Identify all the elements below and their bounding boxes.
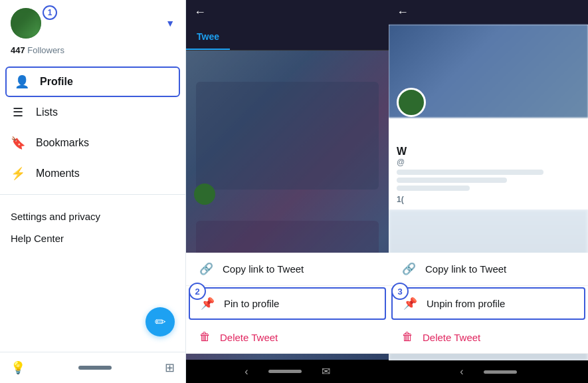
context-menu-unpin: 🔗 Copy link to Tweet 📌 Unpin from profil… <box>389 253 588 354</box>
unpin-icon: 📌 <box>403 297 417 311</box>
mail-icon[interactable]: ✉ <box>322 365 330 378</box>
bookmarks-icon: 🔖 <box>11 136 25 150</box>
profile-back-nav[interactable]: ‹ <box>460 366 463 378</box>
profile-followers: 1( <box>397 195 580 204</box>
profile-back-arrow-icon[interactable]: ← <box>397 5 409 19</box>
lists-icon: ☰ <box>11 105 25 120</box>
tweet-tab-bar: Twee <box>186 25 389 51</box>
sidebar-divider <box>0 194 185 195</box>
pin-icon: 📌 <box>201 297 215 311</box>
compose-fab-button[interactable]: ✏ <box>146 307 175 336</box>
delete-tweet-label-3: Delete Tweet <box>423 332 480 343</box>
home-pill-indicator <box>78 366 112 370</box>
tweet-panel-header: ← <box>186 0 389 25</box>
tweet-avatar <box>194 184 215 205</box>
back-nav-arrow[interactable]: ‹ <box>245 366 248 378</box>
unpin-from-profile-label: Unpin from profile <box>427 298 505 309</box>
bio-line-2 <box>397 178 507 183</box>
trash-icon: 🗑 <box>199 330 211 344</box>
profile-bottom-nav: ‹ <box>389 360 588 383</box>
profile-home-indicator <box>484 370 517 374</box>
followers-count: 447 Followers <box>11 45 64 55</box>
trash-icon-3: 🗑 <box>402 330 413 344</box>
home-indicator <box>268 370 302 373</box>
copy-link-label: Copy link to Tweet <box>223 263 304 275</box>
sidebar-header: 1 ▼ <box>0 0 185 44</box>
profile-panel: ← W @ 1( 3 🔗 Copy link to Tweet 📌 Unpin … <box>389 0 588 383</box>
compose-icon: ✏ <box>155 314 166 330</box>
sidebar-drawer: 1 ▼ 447 Followers 👤 Profile ☰ Lists 🔖 Bo… <box>0 0 186 383</box>
step-badge-1: 1 <box>43 5 57 20</box>
followers-info: 447 Followers <box>0 44 185 64</box>
sidebar-footer-links: Settings and privacy Help Center <box>0 200 185 257</box>
step-badge-3: 3 <box>391 283 409 300</box>
sidebar-item-lists[interactable]: ☰ Lists <box>0 97 185 128</box>
back-arrow-icon[interactable]: ← <box>194 5 206 19</box>
pin-to-profile-item[interactable]: 📌 Pin to profile <box>189 287 386 320</box>
sidebar-bottom-bar: 💡 ⊞ <box>0 352 185 383</box>
delete-tweet-label: Delete Tweet <box>220 332 278 343</box>
step-badge-2: 2 <box>189 283 206 300</box>
sidebar-item-moments[interactable]: ⚡ Moments <box>0 158 185 189</box>
chevron-down-icon[interactable]: ▼ <box>165 18 175 29</box>
profile-info-section: W @ 1( <box>389 111 588 209</box>
profile-header-image <box>389 25 588 111</box>
bio-line-3 <box>397 186 470 191</box>
link-icon: 🔗 <box>199 262 213 276</box>
sidebar-item-lists-label: Lists <box>36 106 58 118</box>
profile-icon: 👤 <box>15 74 29 89</box>
help-center-link[interactable]: Help Center <box>11 227 175 249</box>
profile-name: W <box>397 146 580 158</box>
delete-tweet-item[interactable]: 🗑 Delete Tweet <box>186 321 389 354</box>
copy-link-tweet-item-3[interactable]: 🔗 Copy link to Tweet <box>389 253 588 286</box>
profile-bio <box>397 170 580 191</box>
tweet-bottom-nav: ‹ ✉ <box>186 360 389 383</box>
link-icon-3: 🔗 <box>402 262 416 276</box>
context-menu-pin: 🔗 Copy link to Tweet 📌 Pin to profile 🗑 … <box>186 253 389 354</box>
copy-link-label-3: Copy link to Tweet <box>425 263 506 275</box>
qr-code-icon: ⊞ <box>165 360 175 375</box>
sidebar-item-moments-label: Moments <box>36 168 80 180</box>
bio-line-1 <box>397 170 543 175</box>
profile-handle: @ <box>397 158 580 167</box>
tweets-tab[interactable]: Twee <box>186 25 230 50</box>
profile-avatar[interactable] <box>397 88 426 117</box>
settings-and-privacy-link[interactable]: Settings and privacy <box>11 205 175 227</box>
copy-link-tweet-item[interactable]: 🔗 Copy link to Tweet <box>186 253 389 286</box>
delete-tweet-item-3[interactable]: 🗑 Delete Tweet <box>389 321 588 354</box>
moments-icon: ⚡ <box>11 166 25 181</box>
avatar[interactable] <box>11 8 41 39</box>
sidebar-item-profile-label: Profile <box>40 76 73 88</box>
sidebar-item-profile[interactable]: 👤 Profile <box>5 66 180 97</box>
pin-to-profile-label: Pin to profile <box>224 298 279 309</box>
profile-header-bar: ← <box>389 0 588 25</box>
tweet-panel: ← Twee 2 🔗 Copy link to Tweet 📌 Pin to p… <box>186 0 389 383</box>
light-bulb-icon: 💡 <box>11 360 25 375</box>
sidebar-item-bookmarks-label: Bookmarks <box>36 137 89 149</box>
unpin-from-profile-item[interactable]: 📌 Unpin from profile <box>391 287 585 320</box>
followers-label: Followers <box>27 45 64 55</box>
sidebar-item-bookmarks[interactable]: 🔖 Bookmarks <box>0 128 185 158</box>
